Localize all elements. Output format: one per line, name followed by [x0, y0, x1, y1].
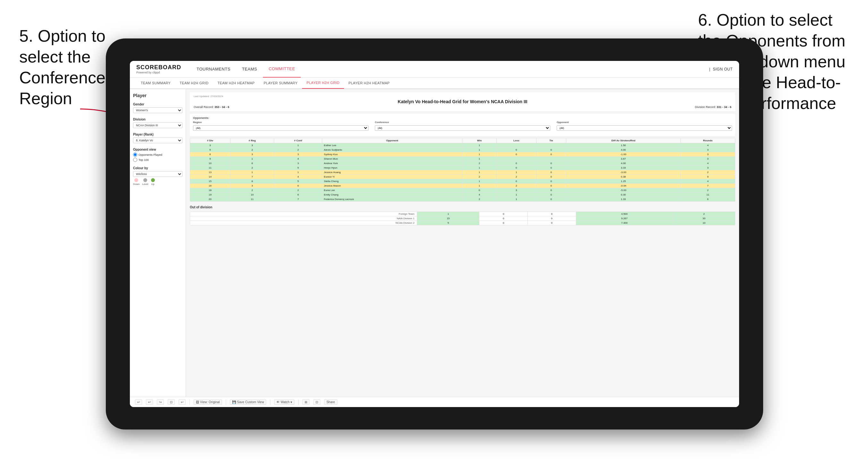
- overall-record: Overall Record: 353 - 34 - 6: [194, 105, 229, 108]
- table-cell: Euna Lee: [322, 188, 462, 193]
- toolbar-grid[interactable]: ⊞: [302, 399, 309, 405]
- table-cell: 0: [462, 188, 497, 193]
- toolbar-layout[interactable]: ⊡: [313, 399, 320, 405]
- sign-out-link[interactable]: Sign out: [713, 61, 733, 77]
- toolbar-view-original[interactable]: 🖼 View: Original: [194, 399, 222, 405]
- filter-region-select[interactable]: (All): [193, 125, 368, 131]
- table-cell: 3.33: [566, 166, 681, 170]
- table-cell: 6: [274, 184, 322, 188]
- table-cell: 15: [190, 179, 230, 184]
- sub-nav-team-summary[interactable]: TEAM SUMMARY: [136, 77, 175, 89]
- sidebar-opponent-view-section: Opponent view Opponents Played Top 100: [133, 148, 182, 162]
- top-nav: SCOREBOARD Powered by clippd TOURNAMENTS…: [130, 61, 739, 77]
- table-cell: 19: [190, 193, 230, 197]
- logo-sub: Powered by clippd: [136, 71, 181, 74]
- table-cell: 9: [190, 157, 230, 161]
- table-cell: 4.00: [566, 148, 681, 152]
- table-cell: 5: [274, 179, 322, 184]
- table-cell: 3: [274, 152, 322, 157]
- table-cell: Federica Domecq Lacroze: [322, 197, 462, 201]
- table-cell: 9: [680, 175, 735, 179]
- toolbar-redo[interactable]: ↪: [157, 399, 164, 405]
- filter-conference-select[interactable]: (All): [375, 125, 550, 131]
- table-cell: 4: [680, 161, 735, 166]
- out-div-cell: 0: [527, 216, 576, 221]
- table-cell: 2: [274, 188, 322, 193]
- table-cell: 7: [680, 184, 735, 188]
- sub-nav-team-h2h-heatmap[interactable]: TEAM H2H HEATMAP: [213, 77, 259, 89]
- sidebar: Player Gender Women's Division NCAA Divi…: [130, 89, 186, 397]
- nav-item-committee[interactable]: COMMITTEE: [263, 61, 301, 77]
- table-cell: 6: [680, 197, 735, 201]
- table-row: 914Sharon Mun13.673: [190, 157, 735, 161]
- toolbar-watch[interactable]: 👁 Watch ▾: [274, 399, 294, 405]
- table-cell: 1: [462, 179, 497, 184]
- table-cell: 0: [536, 161, 566, 166]
- table-cell: 7: [274, 197, 322, 201]
- filter-opponent-select[interactable]: (All): [557, 125, 732, 131]
- out-div-table-row: NAIA Division 115009.26730: [190, 216, 735, 221]
- sidebar-division-select[interactable]: NCAA Division III: [133, 122, 182, 128]
- toolbar-copy[interactable]: ⊡: [168, 399, 175, 405]
- sidebar-colour-by-select[interactable]: Win/loss: [133, 171, 182, 177]
- toolbar-share[interactable]: Share: [324, 399, 337, 405]
- table-cell: Andrea York: [322, 161, 462, 166]
- sidebar-player-section: Player: [133, 93, 182, 98]
- logo-area: SCOREBOARD Powered by clippd: [136, 64, 181, 74]
- filter-region-group: Region (All): [193, 121, 368, 131]
- table-row: 1063Andrea York2004.004: [190, 161, 735, 166]
- table-cell: 0: [536, 170, 566, 175]
- toolbar-undo2[interactable]: ↩: [146, 399, 153, 405]
- toolbar-paste[interactable]: ↩: [179, 399, 186, 405]
- nav-item-tournaments[interactable]: TOURNAMENTS: [191, 61, 236, 77]
- colour-item-up: Up: [151, 178, 155, 186]
- sub-nav-team-h2h-grid[interactable]: TEAM H2H GRID: [175, 77, 213, 89]
- sidebar-radio-opponents-played[interactable]: Opponents Played: [133, 153, 182, 157]
- out-div-cell: 0: [479, 212, 528, 216]
- table-row: 1585Stella Cheng1001.254: [190, 179, 735, 184]
- table-cell: -3.00: [566, 170, 681, 175]
- table-cell: 4: [680, 143, 735, 148]
- out-div-cell: 1: [417, 212, 479, 216]
- table-cell: 0: [536, 188, 566, 193]
- table-cell: 2: [496, 175, 536, 179]
- main-content: Player Gender Women's Division NCAA Divi…: [130, 89, 739, 397]
- out-div-cell: 15: [417, 216, 479, 221]
- table-cell: 0: [496, 166, 536, 170]
- th-reg: # Reg: [230, 138, 274, 143]
- sidebar-gender-select[interactable]: Women's: [133, 107, 182, 113]
- table-cell: 5: [190, 148, 230, 152]
- sub-nav-player-h2h-grid[interactable]: PLAYER H2H GRID: [302, 77, 344, 89]
- table-cell: 3: [230, 143, 274, 148]
- table-cell: 11: [190, 166, 230, 170]
- table-cell: 2: [230, 166, 274, 170]
- out-div-table-container: Foreign Team1004.5002NAIA Division 11500…: [190, 212, 735, 225]
- table-cell: -0.94: [566, 184, 681, 188]
- sidebar-player-label: Player: [133, 93, 182, 98]
- toolbar-save-custom[interactable]: 💾 Save Custom View: [230, 399, 266, 405]
- nav-item-teams[interactable]: TEAMS: [236, 61, 263, 77]
- table-cell: Sydney Kuo: [322, 152, 462, 157]
- sidebar-radio-top100[interactable]: Top 100: [133, 158, 182, 162]
- table-cell: 0: [536, 179, 566, 184]
- table-cell: 0: [536, 166, 566, 170]
- toolbar-sep1: [189, 399, 190, 405]
- table-row: 1474Eunice Yi2200.389: [190, 175, 735, 179]
- sidebar-player-rank-select[interactable]: 8. Katelyn Vo: [133, 137, 182, 143]
- sub-nav-player-h2h-heatmap[interactable]: PLAYER H2H HEATMAP: [344, 77, 394, 89]
- table-cell: 4: [680, 179, 735, 184]
- table-cell: 2: [274, 148, 322, 152]
- table-row: 331Esther Lee11.504: [190, 143, 735, 148]
- out-div-cell: 5: [417, 221, 479, 225]
- sub-nav-player-summary[interactable]: PLAYER SUMMARY: [259, 77, 302, 89]
- bottom-toolbar: ↩ ↩ ↪ ⊡ ↩ 🖼 View: Original 💾 Save Custom…: [130, 397, 739, 407]
- toolbar-undo[interactable]: ↩: [135, 399, 142, 405]
- table-cell: Emily Chang: [322, 193, 462, 197]
- table-row: 1636Jessica Mason120-0.947: [190, 184, 735, 188]
- table-cell: 3: [680, 166, 735, 170]
- table-cell: Jessica Huang: [322, 170, 462, 175]
- sidebar-opponent-radio-group: Opponents Played Top 100: [133, 153, 182, 162]
- tablet-screen: SCOREBOARD Powered by clippd TOURNAMENTS…: [130, 61, 739, 407]
- th-win: Win: [462, 138, 497, 143]
- filter-conference-label: Conference: [375, 121, 550, 124]
